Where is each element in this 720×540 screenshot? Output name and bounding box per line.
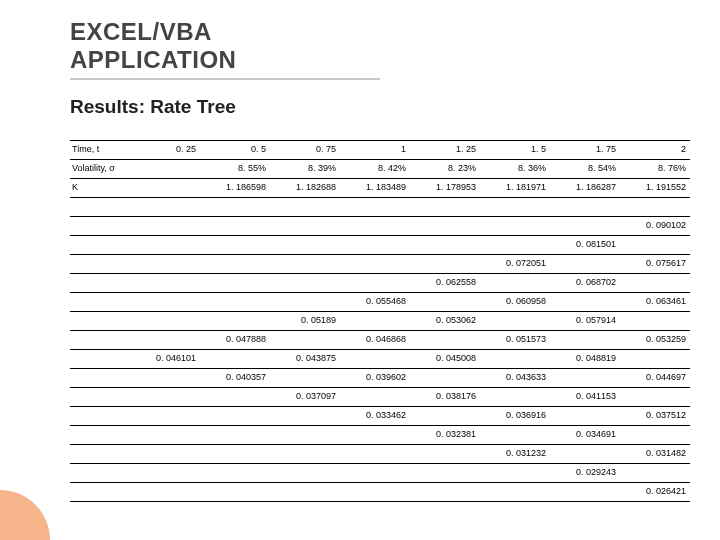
- tree-cell: [130, 331, 200, 350]
- tree-cell: [410, 255, 480, 274]
- tree-cell: [200, 293, 270, 312]
- tree-cell: [270, 236, 340, 255]
- tree-cell: [200, 483, 270, 502]
- tree-row: 0. 0461010. 0438750. 0450080. 048819: [70, 350, 690, 369]
- row-label: Volatility, σ: [70, 160, 130, 179]
- tree-cell: [340, 426, 410, 445]
- header-row: K1. 1865981. 1826881. 1834891. 1789531. …: [70, 179, 690, 198]
- tree-cell: [200, 217, 270, 236]
- tree-cell: [340, 255, 410, 274]
- tree-cell: 0. 043633: [480, 369, 550, 388]
- header-cell: 8. 39%: [270, 160, 340, 179]
- tree-cell: [130, 312, 200, 331]
- tree-cell: [480, 464, 550, 483]
- header-cell: 1. 181971: [480, 179, 550, 198]
- tree-cell: 0. 060958: [480, 293, 550, 312]
- tree-cell: [620, 388, 690, 407]
- tree-cell: [70, 369, 130, 388]
- tree-cell: [70, 407, 130, 426]
- tree-cell: 0. 046101: [130, 350, 200, 369]
- header-cell: 2: [620, 141, 690, 160]
- tree-cell: [410, 369, 480, 388]
- header-cell: 8. 23%: [410, 160, 480, 179]
- spacer-cell: [70, 198, 130, 217]
- spacer-cell: [200, 198, 270, 217]
- tree-cell: [340, 464, 410, 483]
- tree-cell: [270, 274, 340, 293]
- tree-cell: 0. 068702: [550, 274, 620, 293]
- tree-cell: 0. 062558: [410, 274, 480, 293]
- tree-cell: [70, 255, 130, 274]
- tree-cell: [480, 274, 550, 293]
- page-subtitle: Results: Rate Tree: [70, 96, 690, 118]
- header-cell: 1: [340, 141, 410, 160]
- tree-cell: [340, 350, 410, 369]
- spacer-cell: [410, 198, 480, 217]
- tree-cell: 0. 051573: [480, 331, 550, 350]
- tree-cell: [70, 445, 130, 464]
- tree-row: 0. 0625580. 068702: [70, 274, 690, 293]
- tree-cell: 0. 046868: [340, 331, 410, 350]
- tree-cell: 0. 048819: [550, 350, 620, 369]
- tree-cell: [130, 483, 200, 502]
- tree-cell: [270, 407, 340, 426]
- tree-cell: 0. 05189: [270, 312, 340, 331]
- tree-cell: [200, 426, 270, 445]
- tree-cell: [480, 217, 550, 236]
- tree-row: 0. 0478880. 0468680. 0515730. 053259: [70, 331, 690, 350]
- tree-cell: 0. 031232: [480, 445, 550, 464]
- tree-cell: [70, 464, 130, 483]
- tree-cell: [200, 350, 270, 369]
- tree-cell: [480, 426, 550, 445]
- spacer-cell: [550, 198, 620, 217]
- tree-cell: 0. 075617: [620, 255, 690, 274]
- tree-row: 0. 0554680. 0609580. 063461: [70, 293, 690, 312]
- tree-row: 0. 026421: [70, 483, 690, 502]
- tree-cell: 0. 053259: [620, 331, 690, 350]
- tree-cell: 0. 032381: [410, 426, 480, 445]
- tree-cell: [410, 217, 480, 236]
- tree-cell: [130, 445, 200, 464]
- header-cell: 0. 75: [270, 141, 340, 160]
- header-cell: 1. 186598: [200, 179, 270, 198]
- spacer-cell: [270, 198, 340, 217]
- tree-cell: [550, 217, 620, 236]
- spacer-cell: [480, 198, 550, 217]
- header-cell: 8. 42%: [340, 160, 410, 179]
- tree-cell: [70, 388, 130, 407]
- tree-cell: 0. 063461: [620, 293, 690, 312]
- tree-cell: [270, 255, 340, 274]
- tree-cell: [130, 426, 200, 445]
- tree-cell: [130, 255, 200, 274]
- tree-cell: [70, 293, 130, 312]
- tree-row: 0. 0334620. 0369160. 037512: [70, 407, 690, 426]
- tree-cell: [550, 293, 620, 312]
- tree-cell: 0. 026421: [620, 483, 690, 502]
- tree-cell: [410, 483, 480, 502]
- tree-cell: [410, 464, 480, 483]
- tree-cell: [200, 274, 270, 293]
- tree-cell: [410, 331, 480, 350]
- tree-cell: 0. 037097: [270, 388, 340, 407]
- tree-row: 0. 0323810. 034691: [70, 426, 690, 445]
- spacer-cell: [620, 198, 690, 217]
- tree-row: 0. 051890. 0530620. 057914: [70, 312, 690, 331]
- header-cell: 1. 75: [550, 141, 620, 160]
- header-cell: [130, 160, 200, 179]
- tree-cell: [340, 483, 410, 502]
- tree-cell: 0. 055468: [340, 293, 410, 312]
- header-cell: 1. 182688: [270, 179, 340, 198]
- tree-cell: [550, 331, 620, 350]
- tree-cell: [70, 426, 130, 445]
- tree-cell: [130, 464, 200, 483]
- tree-cell: 0. 047888: [200, 331, 270, 350]
- tree-cell: 0. 057914: [550, 312, 620, 331]
- tree-row: 0. 090102: [70, 217, 690, 236]
- rate-tree-table: Time, t0. 250. 50. 7511. 251. 51. 752Vol…: [70, 140, 690, 502]
- tree-cell: [410, 293, 480, 312]
- tree-cell: [200, 407, 270, 426]
- header-cell: [130, 179, 200, 198]
- tree-cell: 0. 040357: [200, 369, 270, 388]
- spacer-cell: [340, 198, 410, 217]
- tree-row: 0. 0312320. 031482: [70, 445, 690, 464]
